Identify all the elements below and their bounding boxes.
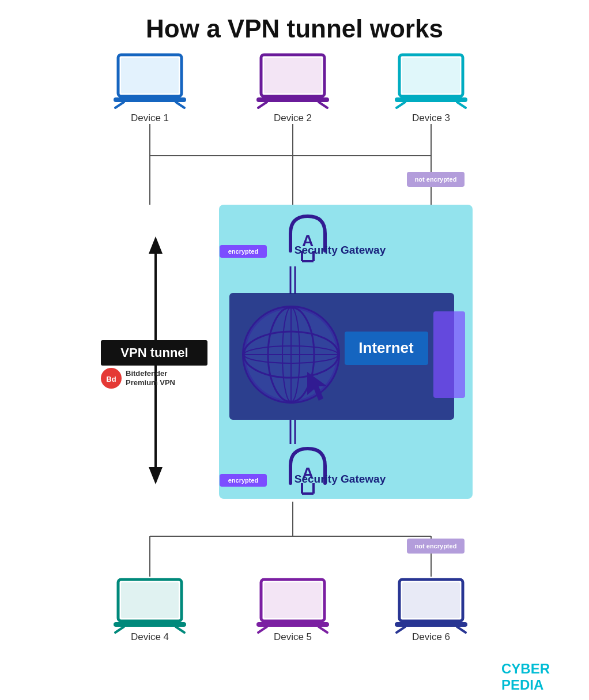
device-4-icon bbox=[114, 579, 186, 633]
device-1-icon bbox=[114, 55, 186, 108]
device-5-icon bbox=[256, 579, 329, 633]
svg-line-14 bbox=[457, 102, 466, 108]
arrow-up bbox=[149, 236, 163, 254]
device-2-icon bbox=[256, 55, 329, 108]
security-gateway-top-label: Security Gateway bbox=[294, 244, 386, 256]
internet-label: Internet bbox=[358, 339, 414, 356]
svg-line-62 bbox=[457, 627, 466, 633]
arrow-down bbox=[149, 467, 163, 484]
globe-icon bbox=[244, 307, 338, 402]
svg-line-56 bbox=[258, 627, 267, 633]
svg-line-61 bbox=[397, 627, 405, 633]
bitdefender-icon-text: Bd bbox=[106, 375, 116, 383]
main-title: How a VPN tunnel works bbox=[146, 14, 443, 43]
bitdefender-name: Bitdefender bbox=[126, 369, 167, 378]
svg-rect-1 bbox=[121, 58, 179, 93]
device-5-label: Device 5 bbox=[274, 631, 312, 642]
not-encrypted-label-top: not encrypted bbox=[415, 176, 457, 183]
device-4-label: Device 4 bbox=[131, 631, 169, 642]
svg-rect-49 bbox=[121, 582, 179, 618]
svg-line-9 bbox=[319, 102, 327, 108]
svg-line-52 bbox=[176, 627, 184, 633]
purple-accent-box bbox=[433, 311, 465, 398]
device-3-icon bbox=[395, 55, 467, 108]
encrypted-label-top: encrypted bbox=[228, 248, 259, 255]
bitdefender-product: Premium VPN bbox=[126, 378, 175, 387]
cyberpedia-line2: PEDIA bbox=[501, 677, 543, 693]
svg-line-4 bbox=[176, 102, 184, 108]
device-6-label: Device 6 bbox=[412, 631, 450, 642]
device-1-label: Device 1 bbox=[131, 112, 169, 123]
device-2-label: Device 2 bbox=[274, 112, 312, 123]
vpn-tunnel-label: VPN tunnel bbox=[120, 345, 188, 360]
security-gateway-bottom-label: Security Gateway bbox=[294, 473, 386, 485]
svg-line-57 bbox=[319, 627, 327, 633]
not-encrypted-label-bottom: not encrypted bbox=[415, 543, 457, 550]
svg-line-3 bbox=[115, 102, 124, 108]
svg-rect-54 bbox=[264, 582, 322, 618]
svg-line-8 bbox=[258, 102, 267, 108]
device-3-label: Device 3 bbox=[412, 112, 450, 123]
svg-line-51 bbox=[115, 627, 124, 633]
svg-rect-6 bbox=[264, 58, 322, 93]
svg-rect-59 bbox=[402, 582, 460, 618]
svg-rect-11 bbox=[402, 58, 460, 93]
encrypted-label-bottom: encrypted bbox=[228, 477, 259, 484]
svg-line-13 bbox=[397, 102, 405, 108]
device-6-icon bbox=[395, 579, 467, 633]
cyberpedia-line1: CYBER bbox=[501, 661, 550, 676]
